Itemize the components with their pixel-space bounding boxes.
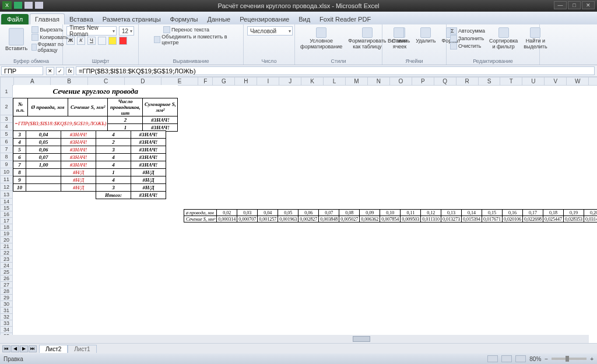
sheet-tab-0[interactable]: Лист2 <box>39 345 68 353</box>
font-size-combo[interactable]: 12 <box>119 26 134 36</box>
autosum-button[interactable]: ΣАвтосумма <box>450 27 485 34</box>
sort-filter-button[interactable]: Сортировка и фильтр <box>487 26 519 51</box>
table1-title: Сечение круглого провода <box>13 85 178 98</box>
group-align: Перенос текста Объединить и поместить в … <box>139 24 244 65</box>
font-color-button[interactable] <box>119 37 127 45</box>
close-button[interactable]: ✕ <box>582 1 595 9</box>
worksheet[interactable]: ABCDEFGHIJKLMNOPQRSTUVWXYZAAAB 123456789… <box>0 77 597 343</box>
italic-button[interactable]: К <box>77 37 85 45</box>
underline-button[interactable]: Ч <box>87 37 96 45</box>
undo-icon[interactable] <box>24 2 33 9</box>
merge-icon <box>154 36 160 43</box>
maximize-button[interactable]: □ <box>568 1 581 9</box>
view-layout-button[interactable] <box>501 355 512 362</box>
wrap-text-button[interactable]: Перенос текста <box>163 26 209 33</box>
wrap-icon <box>163 26 170 33</box>
name-box[interactable]: ГПР <box>1 66 43 75</box>
insert-cells-button[interactable]: Вставить <box>386 26 412 45</box>
minimize-button[interactable]: — <box>554 1 567 9</box>
ribbon-tabs: Файл Главная Вставка Разметка страницы Ф… <box>0 12 597 24</box>
cells-area[interactable]: Сечение круглого провода № п.п. Ø провод… <box>13 85 597 343</box>
view-break-button[interactable] <box>515 355 526 362</box>
tab-home[interactable]: Главная <box>30 13 65 24</box>
fill-icon <box>450 35 457 42</box>
paste-button[interactable]: Вставить <box>3 27 29 53</box>
tab-data[interactable]: Данные <box>202 14 235 24</box>
zoom-value: 80% <box>529 356 541 362</box>
row-headers[interactable]: 1234567891011121314151617181920212223242… <box>0 85 13 343</box>
tab-nav-next[interactable]: ▶ <box>20 345 28 352</box>
sheet-tab-1[interactable]: Лист1 <box>68 345 96 353</box>
view-normal-button[interactable] <box>487 355 498 362</box>
tab-nav-prev[interactable]: ◀ <box>11 345 19 352</box>
group-cells: Вставить Удалить Формат Ячейки <box>382 24 447 65</box>
active-cell[interactable]: =ГПР($B3;$I$18:$KQ$19;$G$19;ЛОЖЬ) <box>13 116 108 131</box>
tab-foxit[interactable]: Foxit Reader PDF <box>315 14 375 24</box>
group-styles: Условное форматирование Форматировать ка… <box>295 24 382 65</box>
group-clipboard: Вставить Вырезать Копировать Формат по о… <box>0 24 63 65</box>
tab-insert[interactable]: Вставка <box>65 14 98 24</box>
file-tab[interactable]: Файл <box>1 14 29 24</box>
cond-format-button[interactable]: Условное форматирование <box>298 26 344 51</box>
quick-access[interactable] <box>14 2 43 9</box>
status-mode: Правка <box>3 356 23 362</box>
status-bar: Правка 80% − + <box>0 354 597 364</box>
enter-formula-button[interactable]: ✓ <box>56 67 64 75</box>
delete-cells-button[interactable]: Удалить <box>414 26 437 45</box>
group-font: Times New Roman 12 Ж К Ч Шрифт <box>63 24 139 65</box>
scrollbar-thumb[interactable] <box>353 336 370 342</box>
binoculars-icon <box>530 27 540 38</box>
insert-icon <box>394 27 404 38</box>
tab-nav-first[interactable]: ⏮ <box>2 345 10 352</box>
zoom-slider[interactable] <box>552 358 587 360</box>
tab-review[interactable]: Рецензирование <box>235 14 294 24</box>
title-bar: X Расчёт сечения круглого провода.xlsx -… <box>0 0 597 12</box>
sigma-icon: Σ <box>450 27 457 34</box>
paste-icon <box>9 28 24 45</box>
redo-icon[interactable] <box>35 2 43 9</box>
zoom-in-button[interactable]: + <box>590 356 594 362</box>
table-lookup: ø провода, мм0,020,030,040,050,060,070,0… <box>184 209 597 222</box>
sort-icon <box>498 27 509 38</box>
table-icon <box>362 27 373 38</box>
copy-icon <box>31 34 38 41</box>
fill-color-button[interactable] <box>108 37 117 45</box>
horizontal-scrollbar[interactable] <box>0 335 589 343</box>
brush-icon <box>31 44 36 51</box>
cancel-formula-button[interactable]: ✕ <box>46 67 54 75</box>
scissors-icon <box>31 26 38 33</box>
window-title: Расчёт сечения круглого провода.xlsx - M… <box>217 2 379 9</box>
group-number: Числовой Число <box>244 24 295 65</box>
excel-icon: X <box>2 1 12 9</box>
format-table-button[interactable]: Форматировать как таблицу <box>346 26 388 51</box>
delete-icon <box>420 27 431 38</box>
tab-view[interactable]: Вид <box>294 14 315 24</box>
column-headers[interactable]: ABCDEFGHIJKLMNOPQRSTUVWXYZAAAB <box>0 77 597 86</box>
tab-formulas[interactable]: Формулы <box>166 14 203 24</box>
table-wire-section: Сечение круглого провода № п.п. Ø провод… <box>13 85 178 132</box>
table1-body: 30,04#ЗНАЧ!4#ЗНАЧ!40,05#ЗНАЧ!2#ЗНАЧ!50,0… <box>13 130 166 199</box>
number-format-combo[interactable]: Числовой <box>247 26 293 36</box>
formula-input[interactable]: =ГПР($B3;$I$18:$KQ$19;$G$19;ЛОЖЬ) <box>76 66 595 75</box>
fx-button[interactable]: fx <box>66 67 74 75</box>
zoom-out-button[interactable]: − <box>545 356 548 362</box>
tab-nav-last[interactable]: ⏭ <box>29 345 37 352</box>
group-editing: ΣАвтосумма Заполнить Очистить Сортировка… <box>447 24 540 65</box>
sheet-tab-bar: ⏮ ◀ ▶ ⏭ Лист2 Лист1 <box>0 343 597 354</box>
fill-button[interactable]: Заполнить <box>450 35 485 42</box>
ribbon: Вставить Вырезать Копировать Формат по о… <box>0 24 597 65</box>
eraser-icon <box>450 43 457 50</box>
save-icon[interactable] <box>14 2 22 9</box>
formula-bar: ГПР ✕ ✓ fx =ГПР($B3;$I$18:$KQ$19;$G$19;Л… <box>0 65 597 77</box>
find-select-button[interactable]: Найти и выделить <box>522 26 549 51</box>
font-name-combo[interactable]: Times New Roman <box>66 26 117 36</box>
merge-center-button[interactable]: Объединить и поместить в центре <box>154 34 240 45</box>
border-button[interactable] <box>98 37 106 45</box>
bold-button[interactable]: Ж <box>66 37 75 45</box>
clear-button[interactable]: Очистить <box>450 43 485 50</box>
cond-format-icon <box>316 27 326 38</box>
tab-layout[interactable]: Разметка страницы <box>98 14 166 24</box>
